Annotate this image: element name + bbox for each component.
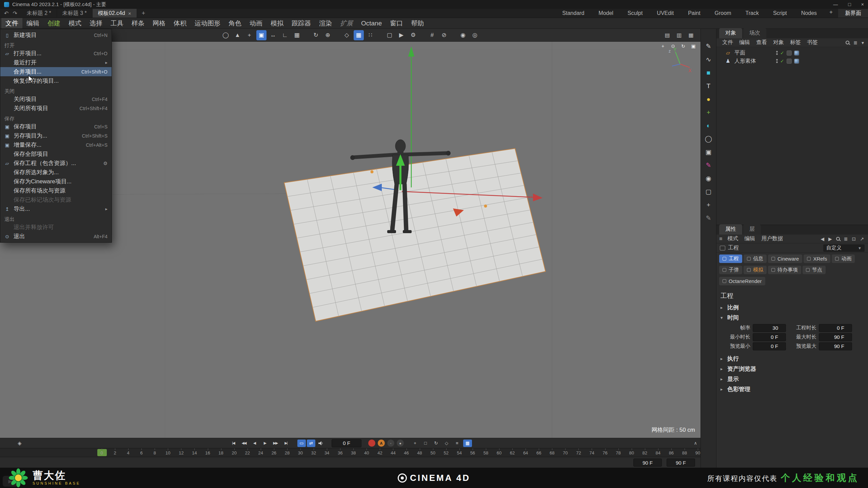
filter-icon[interactable]: ≣ [844, 236, 848, 242]
prev-frame-button[interactable]: ◀ [250, 440, 259, 447]
file-menu-item-22[interactable]: ⊙退出Alt+F4 [0, 232, 112, 241]
document-tab-0[interactable]: 未标题 2 * [21, 9, 57, 18]
enabled-check-icon[interactable]: ✓ [780, 50, 784, 56]
layout-model[interactable]: Model [591, 10, 620, 16]
zoom-view-icon[interactable]: ⊙ [669, 43, 677, 49]
visibility-dots-icon[interactable] [776, 59, 778, 63]
spline-pen-icon[interactable]: ✎ [703, 160, 714, 170]
record-options-button[interactable]: ● [397, 440, 404, 447]
ruler-tick[interactable]: 4 [121, 450, 136, 455]
object-row[interactable]: ▱平面✓ [716, 49, 868, 57]
menubar-item-渲染[interactable]: 渲染 [315, 18, 336, 28]
file-menu-item-14[interactable]: ▱保存工程（包含资源）...⚙ [0, 159, 112, 168]
grid-snap-icon[interactable]: ▦ [354, 30, 364, 40]
document-tab-1[interactable]: 未标题 3 * [57, 9, 93, 18]
attr-tab-信息[interactable]: 信息 [744, 255, 767, 263]
menubar-item-创建[interactable]: 创建 [43, 18, 64, 28]
subdivision-generator-icon[interactable]: ◐ [703, 120, 714, 131]
ruler-tick[interactable]: 8 [147, 450, 162, 455]
attr-tab-子弹[interactable]: 子弹 [719, 266, 742, 274]
play-button[interactable]: ▶ [260, 440, 270, 447]
rectangle-select-icon[interactable]: ▣ [256, 30, 267, 40]
record-keyframe-button[interactable] [368, 440, 375, 447]
cube-primitive-icon[interactable]: ■ [703, 67, 714, 78]
ruler-tick[interactable]: 22 [240, 450, 255, 455]
ruler-tick[interactable]: 14 [187, 450, 202, 455]
attribute-menu-编辑[interactable]: 编辑 [741, 235, 758, 242]
tag-icon[interactable] [787, 50, 792, 56]
redo-icon[interactable]: ↷ [13, 10, 17, 17]
最大时长-field[interactable]: 90 F [819, 333, 852, 341]
attr-group-时间[interactable]: ▾时间 [716, 312, 868, 323]
menubar-item-动画[interactable]: 动画 [245, 18, 267, 28]
volume-builder-icon[interactable]: ▣ [703, 147, 714, 157]
ruler-tick[interactable]: 0 [94, 450, 109, 455]
attr-tab-工程[interactable]: 工程 [719, 255, 742, 263]
预览最大-field[interactable]: 90 F [819, 342, 852, 350]
spline-primitive-icon[interactable]: ◯ [703, 134, 714, 144]
ruler-tick[interactable]: 32 [306, 450, 321, 455]
最小时长-field[interactable]: 0 F [753, 333, 786, 341]
ruler-tick[interactable]: 82 [637, 450, 652, 455]
close-button[interactable]: × [861, 2, 864, 7]
preset-dropdown[interactable]: 自定义 ▼ [823, 244, 865, 252]
ruler-tick[interactable]: 84 [651, 450, 666, 455]
material-manager-icon[interactable]: ▦ [686, 30, 696, 40]
ruler-tick[interactable]: 44 [386, 450, 400, 455]
plane-point-handle[interactable] [484, 205, 487, 208]
ruler-tick[interactable]: 40 [359, 450, 374, 455]
rotate-tool-icon[interactable]: ↻ [311, 30, 321, 40]
maximize-button[interactable]: □ [848, 2, 851, 7]
layout-track[interactable]: Track [738, 10, 766, 16]
loop-toggle[interactable]: ⇄ [307, 440, 315, 447]
timeline-ruler[interactable]: 0246810121416182022242628303234363840424… [0, 448, 701, 457]
snap-magnet-icon[interactable]: ◇ [342, 30, 352, 40]
visibility-dots-icon[interactable] [776, 51, 778, 55]
menubar-item-体积[interactable]: 体积 [170, 18, 191, 28]
menubar-item-角色[interactable]: 角色 [224, 18, 245, 28]
ruler-tick[interactable]: 90 [690, 450, 705, 455]
ruler-tick[interactable]: 74 [584, 450, 599, 455]
coordinate-system-icon[interactable]: ▦ [292, 30, 302, 40]
layout-script[interactable]: Script [766, 10, 794, 16]
camera-object-icon[interactable]: ▢ [703, 186, 714, 197]
new-ui-button[interactable]: 新界面 [838, 9, 868, 18]
attr-group-比例[interactable]: ▸比例 [716, 302, 868, 312]
render-settings-icon[interactable]: ⚙ [408, 30, 418, 40]
menubar-item-文件[interactable]: 文件 [1, 18, 22, 28]
playback-mode-toggle[interactable]: ▭ [297, 440, 306, 447]
menubar-item-跟踪器[interactable]: 跟踪器 [288, 18, 315, 28]
object-menu-文件[interactable]: 文件 [719, 39, 736, 46]
minimize-button[interactable]: — [833, 2, 838, 7]
ruler-tick[interactable]: 2 [107, 450, 122, 455]
field-object-icon[interactable]: ◉ [703, 173, 714, 184]
select-cursor-icon[interactable]: ▲ [233, 30, 243, 40]
quantize-key-toggle[interactable]: ▦ [463, 440, 472, 447]
ruler-tick[interactable]: 20 [227, 450, 242, 455]
attr-section-显示[interactable]: ▸显示 [716, 374, 868, 384]
search-icon[interactable] [846, 41, 849, 44]
ruler-tick[interactable]: 66 [531, 450, 546, 455]
ruler-tick[interactable]: 68 [545, 450, 559, 455]
attr-section-执行[interactable]: ▸执行 [716, 353, 868, 364]
file-menu-item-3[interactable]: 最近打开▸ [0, 58, 112, 67]
axis-gizmo[interactable]: z Y X [661, 47, 692, 72]
menubar-item-选择[interactable]: 选择 [85, 18, 106, 28]
attr-tab-OctaneRender[interactable]: OctaneRender [719, 277, 765, 285]
tab-场次[interactable]: 场次 [743, 28, 766, 38]
layout-nodes[interactable]: Nodes [794, 10, 824, 16]
goto-end-button[interactable]: ▶| [281, 440, 291, 447]
axis-mode-icon[interactable]: ⊕ [323, 30, 333, 40]
attribute-menu-模式[interactable]: 模式 [724, 235, 741, 242]
goto-start-button[interactable]: |◀ [229, 440, 238, 447]
render-queue-icon[interactable]: ▤ [663, 30, 672, 40]
ruler-tick[interactable]: 48 [412, 450, 427, 455]
ruler-tick[interactable]: 54 [452, 450, 467, 455]
current-frame-field[interactable]: 0 F [332, 439, 361, 447]
file-menu-item-8[interactable]: 关闭所有项目Ctrl+Shift+F4 [0, 104, 112, 113]
attr-tab-模拟[interactable]: 模拟 [744, 266, 767, 274]
sculpt-tool-icon[interactable]: ∿ [703, 54, 714, 65]
keyframe-selection-button[interactable]: ◦ [387, 440, 394, 447]
render-picture-viewer-icon[interactable]: ▶ [396, 30, 407, 40]
attr-tab-待办事项[interactable]: 待办事项 [768, 266, 801, 274]
